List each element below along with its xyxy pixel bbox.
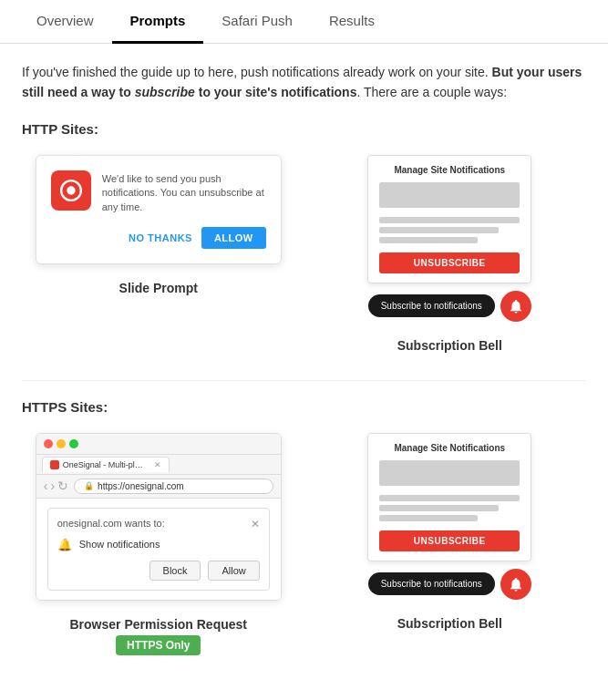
lock-icon: 🔒 xyxy=(84,481,94,490)
https-unsubscribe-button[interactable]: UNSUBSCRIBE xyxy=(379,530,520,551)
address-text: https://onesignal.com xyxy=(98,481,184,491)
tab-overview[interactable]: Overview xyxy=(18,0,112,44)
https-section: HTTPS Sites: xyxy=(22,399,586,655)
http-cards-row: We'd like to send you push notifications… xyxy=(22,155,586,353)
tab-results[interactable]: Results xyxy=(311,0,393,44)
https-cards-row: OneSignal - Multi-platform Pu... ✕ ‹ › ↻… xyxy=(22,433,586,655)
tab-favicon xyxy=(50,460,59,469)
https-allow-button[interactable]: Allow xyxy=(208,561,259,581)
permission-row: 🔔 Show notifications xyxy=(57,538,260,551)
no-thanks-button[interactable]: NO THANKS xyxy=(129,232,192,243)
unsubscribe-button[interactable]: UNSUBSCRIBE xyxy=(379,252,520,273)
https-bell-circle-icon[interactable] xyxy=(500,569,531,600)
browser-tab-bar: OneSignal - Multi-platform Pu... ✕ xyxy=(36,455,281,475)
gray-lines-decoration xyxy=(379,217,520,243)
https-subscription-bell-card: Manage Site Notifications UNSUBSCRIBE Su… xyxy=(314,433,587,655)
tab-text: OneSignal - Multi-platform Pu... xyxy=(63,460,147,469)
http-sub-bell-mockup: Manage Site Notifications UNSUBSCRIBE Su… xyxy=(358,155,541,322)
tab-close-icon[interactable]: ✕ xyxy=(154,460,161,469)
gray-line-1 xyxy=(379,217,520,223)
slide-prompt-mockup: We'd like to send you push notifications… xyxy=(36,155,282,264)
permission-action-text: Show notifications xyxy=(79,539,160,550)
https-gray-lines-decoration xyxy=(379,495,520,521)
browser-permission-label: Browser Permission Request xyxy=(69,617,247,632)
block-button[interactable]: Block xyxy=(149,561,201,581)
browser-address-bar: ‹ › ↻ 🔒 https://onesignal.com xyxy=(36,475,281,499)
browser-permission-mockup: OneSignal - Multi-platform Pu... ✕ ‹ › ↻… xyxy=(36,433,282,601)
svg-point-1 xyxy=(67,186,75,194)
permission-dialog: onesignal.com wants to: ✕ 🔔 Show notific… xyxy=(47,508,270,591)
page-content: If you've finished the guide up to here,… xyxy=(0,44,608,700)
permission-site-text: onesignal.com wants to: xyxy=(57,518,165,529)
slide-prompt-buttons: NO THANKS ALLOW xyxy=(51,227,266,249)
gray-line-3 xyxy=(379,237,478,243)
https-gray-line-2 xyxy=(379,505,499,511)
dot-red xyxy=(44,439,53,448)
https-subscribe-pill[interactable]: Subscribe to notifications xyxy=(368,572,495,595)
allow-button[interactable]: ALLOW xyxy=(201,227,266,249)
slide-prompt-notification-text: We'd like to send you push notifications… xyxy=(102,170,266,214)
https-manage-site-notifications-box: Manage Site Notifications UNSUBSCRIBE xyxy=(367,433,531,561)
refresh-button[interactable]: ↻ xyxy=(57,479,68,493)
intro-paragraph: If you've finished the guide up to here,… xyxy=(22,62,586,103)
gray-line-2 xyxy=(379,227,499,233)
http-section-title: HTTP Sites: xyxy=(22,121,586,137)
tab-safari-push[interactable]: Safari Push xyxy=(203,0,311,44)
https-sub-bell-mockup: Manage Site Notifications UNSUBSCRIBE Su… xyxy=(358,433,541,600)
address-box[interactable]: 🔒 https://onesignal.com xyxy=(74,479,273,494)
slide-prompt-card: We'd like to send you push notifications… xyxy=(22,155,295,353)
intro-text-start: If you've finished the guide up to here,… xyxy=(22,65,492,79)
dot-green xyxy=(69,439,78,448)
https-subscribe-bar: Subscribe to notifications xyxy=(368,569,531,600)
back-button[interactable]: ‹ xyxy=(44,479,48,493)
https-only-badge: HTTPS Only xyxy=(116,635,201,655)
browser-content: onesignal.com wants to: ✕ 🔔 Show notific… xyxy=(36,499,281,600)
slide-prompt-inner: We'd like to send you push notifications… xyxy=(51,170,266,214)
section-divider xyxy=(22,380,586,381)
http-subscription-bell-label: Subscription Bell xyxy=(397,338,502,353)
manage-site-title: Manage Site Notifications xyxy=(379,165,520,175)
tab-prompts[interactable]: Prompts xyxy=(112,0,204,44)
browser-toolbar xyxy=(36,434,281,455)
https-gray-line-1 xyxy=(379,495,520,501)
https-manage-site-title: Manage Site Notifications xyxy=(379,443,520,453)
forward-button[interactable]: › xyxy=(50,479,55,493)
intro-text-italic: subscribe xyxy=(135,85,195,99)
bell-circle-icon[interactable] xyxy=(500,291,531,322)
slide-prompt-label: Slide Prompt xyxy=(119,281,198,295)
browser-dots xyxy=(44,439,78,448)
browser-tab: OneSignal - Multi-platform Pu... ✕ xyxy=(42,457,170,472)
permission-header: onesignal.com wants to: ✕ xyxy=(57,518,260,530)
permission-close-icon[interactable]: ✕ xyxy=(251,518,260,530)
permission-buttons: Block Allow xyxy=(57,561,260,581)
subscribe-pill[interactable]: Subscribe to notifications xyxy=(368,294,495,317)
manage-site-notifications-box: Manage Site Notifications UNSUBSCRIBE xyxy=(367,155,531,283)
permission-bell-icon: 🔔 xyxy=(57,538,72,551)
gray-block-decoration xyxy=(379,182,520,208)
nav-tabs: Overview Prompts Safari Push Results xyxy=(0,0,608,44)
https-section-title: HTTPS Sites: xyxy=(22,399,586,415)
http-subscription-bell-card: Manage Site Notifications UNSUBSCRIBE Su… xyxy=(314,155,587,353)
browser-permission-card: OneSignal - Multi-platform Pu... ✕ ‹ › ↻… xyxy=(22,433,295,655)
subscribe-bar: Subscribe to notifications xyxy=(368,291,531,322)
https-subscription-bell-label: Subscription Bell xyxy=(397,616,502,631)
nav-arrows: ‹ › ↻ xyxy=(44,479,68,493)
onesignal-logo-icon xyxy=(51,170,91,211)
https-gray-block-decoration xyxy=(379,460,520,486)
dot-yellow xyxy=(57,439,66,448)
intro-text-end: . There are a couple ways: xyxy=(356,85,507,99)
https-gray-line-3 xyxy=(379,515,478,521)
